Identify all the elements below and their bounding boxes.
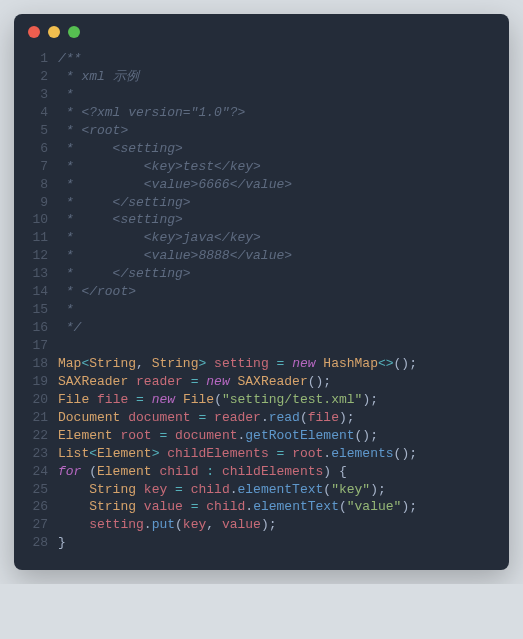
code-line[interactable]: 24for (Element child : childElements) { [14, 463, 509, 481]
token [136, 482, 144, 497]
token: elementText [238, 482, 324, 497]
code-line[interactable]: 5 * <root> [14, 122, 509, 140]
token: * <setting> [58, 141, 183, 156]
code-line[interactable]: 19SAXReader reader = new SAXReader(); [14, 373, 509, 391]
code-content[interactable]: * <value>6666</value> [58, 176, 509, 194]
token [206, 410, 214, 425]
token: = [175, 482, 183, 497]
code-content[interactable]: for (Element child : childElements) { [58, 463, 509, 481]
code-line[interactable]: 10 * <setting> [14, 211, 509, 229]
token: * <value>8888</value> [58, 248, 292, 263]
token: new [292, 356, 315, 371]
code-editor[interactable]: 1/**2 * xml 示例3 *4 * <?xml version="1.0"… [14, 46, 509, 570]
code-content[interactable]: File file = new File("setting/test.xml")… [58, 391, 509, 409]
code-line[interactable]: 15 * [14, 301, 509, 319]
code-line[interactable]: 2 * xml 示例 [14, 68, 509, 86]
line-number: 11 [14, 229, 58, 247]
token: new [206, 374, 229, 389]
code-line[interactable]: 6 * <setting> [14, 140, 509, 158]
code-content[interactable]: /** [58, 50, 509, 68]
maximize-icon[interactable] [68, 26, 80, 38]
code-content[interactable]: String value = child.elementText("value"… [58, 498, 509, 516]
code-line[interactable]: 1/** [14, 50, 509, 68]
token [144, 392, 152, 407]
code-content[interactable]: Document document = reader.read(file); [58, 409, 509, 427]
token: value [144, 499, 183, 514]
token: * [58, 302, 74, 317]
code-line[interactable]: 9 * </setting> [14, 194, 509, 212]
token: * <key>java</key> [58, 230, 261, 245]
code-line[interactable]: 20File file = new File("setting/test.xml… [14, 391, 509, 409]
code-content[interactable]: SAXReader reader = new SAXReader(); [58, 373, 509, 391]
token: setting [214, 356, 269, 371]
code-content[interactable]: * </setting> [58, 194, 509, 212]
token: ) { [323, 464, 346, 479]
minimize-icon[interactable] [48, 26, 60, 38]
code-content[interactable]: * [58, 301, 509, 319]
token: (); [355, 428, 378, 443]
code-content[interactable]: List<Element> childElements = root.eleme… [58, 445, 509, 463]
code-line[interactable]: 11 * <key>java</key> [14, 229, 509, 247]
code-line[interactable]: 25 String key = child.elementText("key")… [14, 481, 509, 499]
token [175, 392, 183, 407]
token: ( [323, 482, 331, 497]
line-number: 27 [14, 516, 58, 534]
token: ); [401, 499, 417, 514]
token: file [308, 410, 339, 425]
code-line[interactable]: 21Document document = reader.read(file); [14, 409, 509, 427]
code-line[interactable]: 17 [14, 337, 509, 355]
code-window: 1/**2 * xml 示例3 *4 * <?xml version="1.0"… [14, 14, 509, 570]
code-line[interactable]: 23List<Element> childElements = root.ele… [14, 445, 509, 463]
token: elementText [253, 499, 339, 514]
token: child [206, 499, 245, 514]
line-number: 20 [14, 391, 58, 409]
code-content[interactable]: Map<String, String> setting = new HashMa… [58, 355, 509, 373]
code-line[interactable]: 16 */ [14, 319, 509, 337]
code-content[interactable]: String key = child.elementText("key"); [58, 481, 509, 499]
code-line[interactable]: 8 * <value>6666</value> [14, 176, 509, 194]
code-content[interactable]: * xml 示例 [58, 68, 509, 86]
code-content[interactable]: Element root = document.getRootElement()… [58, 427, 509, 445]
code-line[interactable]: 7 * <key>test</key> [14, 158, 509, 176]
code-content[interactable]: * <setting> [58, 140, 509, 158]
token: ); [261, 517, 277, 532]
token: reader [136, 374, 183, 389]
code-line[interactable]: 27 setting.put(key, value); [14, 516, 509, 534]
code-content[interactable]: * </setting> [58, 265, 509, 283]
code-content[interactable]: * <key>test</key> [58, 158, 509, 176]
token: (); [394, 446, 417, 461]
line-number: 2 [14, 68, 58, 86]
code-content[interactable]: } [58, 534, 509, 552]
code-content[interactable]: * <?xml version="1.0"?> [58, 104, 509, 122]
close-icon[interactable] [28, 26, 40, 38]
code-content[interactable]: * <key>java</key> [58, 229, 509, 247]
code-line[interactable]: 28} [14, 534, 509, 552]
line-number: 14 [14, 283, 58, 301]
code-content[interactable]: * <root> [58, 122, 509, 140]
line-number: 7 [14, 158, 58, 176]
token: * <value>6666</value> [58, 177, 292, 192]
code-line[interactable]: 3 * [14, 86, 509, 104]
code-line[interactable]: 22Element root = document.getRootElement… [14, 427, 509, 445]
token [89, 392, 97, 407]
token: new [152, 392, 175, 407]
code-line[interactable]: 12 * <value>8888</value> [14, 247, 509, 265]
code-line[interactable]: 4 * <?xml version="1.0"?> [14, 104, 509, 122]
code-content[interactable]: setting.put(key, value); [58, 516, 509, 534]
code-content[interactable]: */ [58, 319, 509, 337]
token: = [136, 392, 144, 407]
code-line[interactable]: 13 * </setting> [14, 265, 509, 283]
code-content[interactable] [58, 337, 509, 355]
line-number: 17 [14, 337, 58, 355]
code-line[interactable]: 26 String value = child.elementText("val… [14, 498, 509, 516]
code-line[interactable]: 14 * </root> [14, 283, 509, 301]
code-content[interactable]: * <value>8888</value> [58, 247, 509, 265]
line-number: 16 [14, 319, 58, 337]
code-content[interactable]: * <setting> [58, 211, 509, 229]
code-content[interactable]: * </root> [58, 283, 509, 301]
token: "value" [347, 499, 402, 514]
code-content[interactable]: * [58, 86, 509, 104]
token: String [89, 499, 136, 514]
code-line[interactable]: 18Map<String, String> setting = new Hash… [14, 355, 509, 373]
token [167, 428, 175, 443]
